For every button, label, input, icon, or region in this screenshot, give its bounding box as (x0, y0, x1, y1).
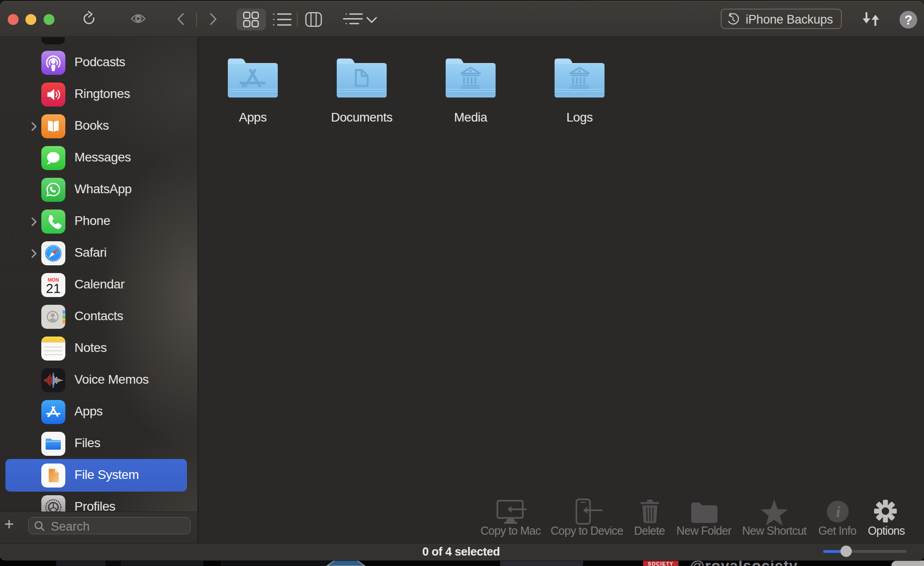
svg-text:21: 21 (46, 281, 60, 296)
svg-text:i: i (836, 503, 840, 520)
